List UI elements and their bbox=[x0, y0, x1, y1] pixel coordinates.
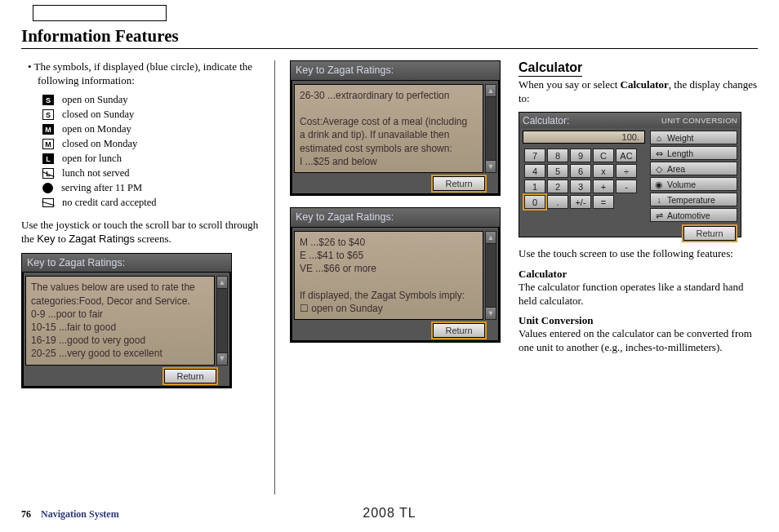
uc-icon: ⇔ bbox=[654, 149, 664, 158]
calc-key-0[interactable]: 0 bbox=[524, 195, 545, 209]
screen-title: Key to Zagat Ratings: bbox=[291, 208, 500, 228]
screen-line: 20-25 ...very good to excellent bbox=[31, 347, 209, 360]
symbol-label: closed on Sunday bbox=[62, 109, 134, 121]
symbols-intro: • The symbols, if displayed (blue circle… bbox=[28, 60, 260, 87]
txt: Zagat Ratings bbox=[69, 233, 135, 245]
screen-line: E ...$41 to $65 bbox=[300, 249, 478, 262]
calc-key-÷[interactable]: ÷ bbox=[616, 164, 637, 178]
uc-item-automotive[interactable]: ⇌Automotive bbox=[650, 208, 737, 222]
header-box bbox=[33, 5, 167, 21]
unit-conversion-list: ⌂Weight⇔Length◇Area◉Volume↓Temperature⇌A… bbox=[650, 131, 737, 224]
scroll-down-icon[interactable]: ▼ bbox=[485, 307, 496, 320]
uc-item-weight[interactable]: ⌂Weight bbox=[650, 131, 737, 144]
calc-key-1[interactable]: 1 bbox=[524, 180, 545, 193]
screen-line: a drink and tip). If unavailable then bbox=[300, 128, 478, 141]
symbol-label: open on Sunday bbox=[62, 94, 128, 106]
screen-body: M ...$26 to $40E ...$41 to $65VE ...$66 … bbox=[294, 231, 483, 320]
uc-icon: ◉ bbox=[654, 180, 664, 189]
calc-key-5[interactable]: 5 bbox=[547, 164, 568, 178]
symbol-label: open for lunch bbox=[62, 153, 122, 165]
screen-line: estimated cost symbols are shown: bbox=[300, 142, 478, 155]
screen-line: If displayed, the Zagat Symbols imply: bbox=[300, 289, 478, 302]
uc-item-length[interactable]: ⇔Length bbox=[650, 146, 737, 160]
scroll-up-icon[interactable]: ▲ bbox=[485, 231, 496, 244]
return-button[interactable]: Return bbox=[683, 226, 736, 241]
calc-desc: The calculator function operates like a … bbox=[519, 281, 758, 308]
calc-key-4[interactable]: 4 bbox=[524, 164, 545, 178]
scroll-track[interactable] bbox=[485, 97, 496, 160]
uc-item-volume[interactable]: ◉Volume bbox=[650, 177, 737, 191]
return-button[interactable]: Return bbox=[164, 369, 216, 383]
zagat-screen-2: Key to Zagat Ratings: 26-30 ...extraordi… bbox=[290, 60, 501, 196]
symbol-label: lunch not served bbox=[62, 167, 130, 180]
symbol-label: open on Monday bbox=[62, 123, 131, 135]
symbols-intro-text: The symbols, if displayed (blue circle),… bbox=[34, 60, 253, 86]
scrollbar[interactable]: ▲ ▼ bbox=[485, 84, 496, 173]
column-1: • The symbols, if displayed (blue circle… bbox=[21, 60, 260, 494]
calc-key-=[interactable]: = bbox=[593, 195, 614, 209]
screen-line: The values below are used to rate the bbox=[31, 281, 209, 294]
uc-icon: ⌂ bbox=[654, 133, 664, 143]
symbol-row: Sclosed on Sunday bbox=[42, 109, 260, 121]
uc-label: Weight bbox=[667, 133, 694, 143]
symbol-row: Mopen on Monday bbox=[42, 123, 260, 135]
calculator-screen: Calculator: UNIT CONVERSION 100. 789CAC4… bbox=[519, 112, 741, 237]
uc-label: Area bbox=[667, 164, 685, 174]
calc-key-8[interactable]: 8 bbox=[547, 149, 568, 162]
scroll-down-icon[interactable]: ▼ bbox=[216, 352, 228, 366]
calc-key--[interactable]: - bbox=[616, 180, 637, 193]
symbol-icon: L bbox=[42, 153, 54, 164]
return-button[interactable]: Return bbox=[433, 323, 485, 338]
calc-key-2[interactable]: 2 bbox=[547, 180, 568, 193]
symbol-row: Mclosed on Monday bbox=[42, 138, 260, 150]
txt: to bbox=[56, 233, 69, 245]
screen-line bbox=[300, 275, 478, 288]
calc-key-.[interactable]: . bbox=[547, 195, 568, 209]
calc-key-C[interactable]: C bbox=[593, 149, 614, 162]
symbol-label: closed on Monday bbox=[62, 138, 137, 150]
screen-line bbox=[300, 102, 478, 115]
touch-instruction: Use the touch screen to use the followin… bbox=[519, 247, 758, 261]
scrollbar[interactable]: ▲ ▼ bbox=[216, 276, 228, 365]
calc-key-+[interactable]: + bbox=[593, 180, 614, 193]
screen-line: 10-15 ...fair to good bbox=[31, 321, 209, 334]
zagat-screen-1: Key to Zagat Ratings: The values below a… bbox=[21, 253, 232, 388]
scroll-up-icon[interactable]: ▲ bbox=[216, 276, 228, 289]
txt: screens. bbox=[135, 233, 171, 245]
uc-item-temperature[interactable]: ↓Temperature bbox=[650, 193, 737, 206]
screen-body: The values below are used to rate thecat… bbox=[25, 276, 215, 365]
calc-key-7[interactable]: 7 bbox=[524, 149, 545, 162]
calc-key-3[interactable]: 3 bbox=[570, 180, 591, 193]
symbol-icon: S bbox=[42, 95, 54, 105]
page-footer: 76 Navigation System 2008 TL bbox=[0, 508, 779, 521]
symbol-row: Llunch not served bbox=[42, 167, 260, 180]
scroll-track[interactable] bbox=[485, 244, 496, 307]
calc-key-x[interactable]: x bbox=[593, 164, 614, 178]
calc-key-6[interactable]: 6 bbox=[570, 164, 591, 178]
symbol-row: no credit card accepted bbox=[42, 197, 260, 209]
screen-line: I ...$25 and below bbox=[300, 155, 478, 168]
symbol-icon bbox=[42, 183, 53, 193]
scrollbar[interactable]: ▲ ▼ bbox=[485, 231, 496, 320]
scroll-down-icon[interactable]: ▼ bbox=[485, 160, 496, 173]
screen-title: Key to Zagat Ratings: bbox=[22, 254, 231, 273]
return-button[interactable]: Return bbox=[433, 176, 485, 191]
uc-subheading: Unit Conversion bbox=[519, 314, 758, 327]
uc-label: Volume bbox=[667, 180, 696, 189]
scroll-track[interactable] bbox=[216, 289, 228, 352]
screen-line: categories:Food, Decor and Service. bbox=[31, 295, 209, 308]
uc-icon: ↓ bbox=[654, 195, 664, 205]
txt: When you say or select bbox=[519, 78, 621, 91]
calc-key-AC[interactable]: AC bbox=[616, 149, 637, 162]
txt: Key bbox=[37, 233, 55, 245]
model-year: 2008 TL bbox=[363, 506, 416, 521]
screen-body: 26-30 ...extraordinary to perfection Cos… bbox=[294, 84, 483, 173]
calc-key-+/-[interactable]: +/- bbox=[570, 195, 591, 209]
scroll-up-icon[interactable]: ▲ bbox=[485, 84, 496, 97]
uc-item-area[interactable]: ◇Area bbox=[650, 162, 737, 175]
uc-icon: ⇌ bbox=[654, 211, 664, 220]
calc-key-9[interactable]: 9 bbox=[570, 149, 591, 162]
symbol-label: serving after 11 PM bbox=[61, 182, 142, 194]
column-2: Key to Zagat Ratings: 26-30 ...extraordi… bbox=[274, 60, 501, 494]
calc-subheading: Calculator bbox=[519, 268, 758, 281]
